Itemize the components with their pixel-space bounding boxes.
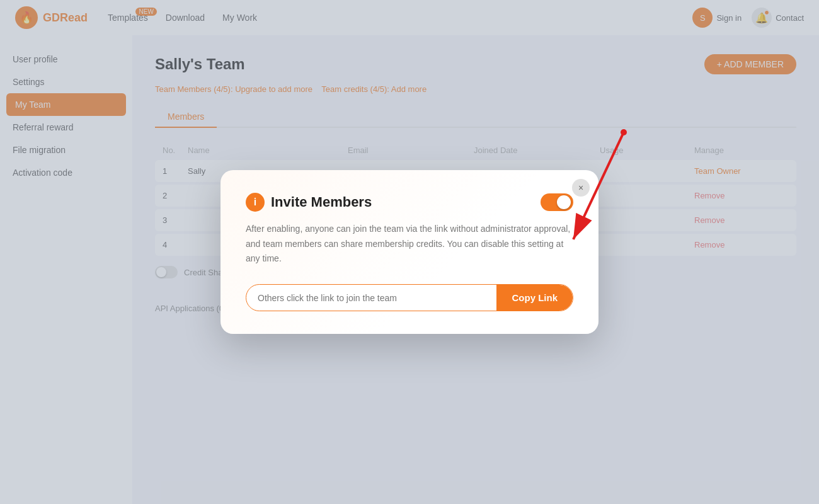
modal-overlay: × i Invite Members After enabling, anyon…	[0, 0, 819, 504]
invite-link-row: Copy Link	[246, 284, 573, 311]
invite-toggle[interactable]	[541, 193, 573, 211]
toggle-knob	[557, 195, 571, 209]
modal-title-row: i Invite Members	[246, 193, 573, 212]
invite-members-modal: × i Invite Members After enabling, anyon…	[220, 170, 598, 334]
copy-link-button[interactable]: Copy Link	[496, 285, 573, 311]
info-icon: i	[246, 193, 265, 212]
modal-close-button[interactable]: ×	[572, 179, 590, 197]
modal-title: Invite Members	[271, 194, 372, 210]
modal-description: After enabling, anyone can join the team…	[246, 222, 573, 266]
invite-link-input[interactable]	[246, 285, 496, 311]
modal-title-left: i Invite Members	[246, 193, 372, 212]
